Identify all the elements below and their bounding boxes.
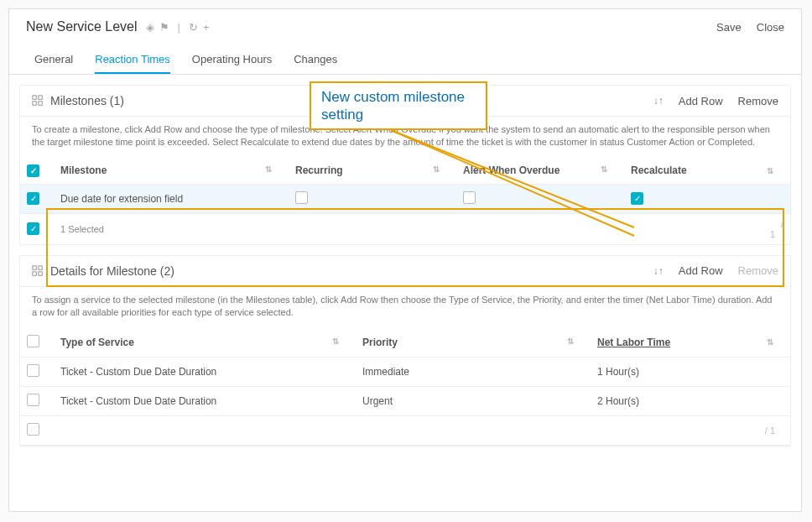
col-recalculate[interactable]: Recalculate	[631, 164, 687, 176]
sort-icon[interactable]: ⇅	[433, 164, 440, 174]
svg-rect-7	[39, 266, 42, 269]
remove-button[interactable]: Remove	[738, 264, 778, 277]
save-button[interactable]: Save	[716, 21, 742, 34]
grid-icon	[32, 95, 44, 107]
milestone-cell: Due date for extension field	[60, 193, 183, 205]
tab-general[interactable]: General	[34, 53, 73, 74]
sort-icon[interactable]: ⇅	[567, 337, 574, 346]
close-button[interactable]: Close	[757, 21, 784, 34]
add-row-button[interactable]: Add Row	[679, 95, 723, 107]
sort-icon[interactable]: ⇅	[767, 166, 773, 175]
tab-reaction-times[interactable]: Reaction Times	[95, 53, 170, 74]
milestones-title: Milestones (1)	[50, 94, 124, 107]
page-title: New Service Level	[26, 19, 138, 34]
select-all-checkbox[interactable]	[27, 335, 39, 347]
type-cell: Ticket - Custom Due Date Duration	[60, 366, 216, 378]
col-milestone[interactable]: Milestone	[60, 164, 107, 176]
add-icon[interactable]: +	[203, 21, 210, 34]
table-footer: ✓ 1 Selected / 1	[20, 213, 790, 244]
flag-icon[interactable]: ⚑	[159, 21, 169, 34]
svg-rect-4	[33, 102, 36, 105]
time-cell: 2 Hour(s)	[597, 395, 639, 407]
recalculate-checkbox[interactable]: ✓	[631, 192, 643, 205]
sort-icon[interactable]: ⇅	[265, 164, 272, 174]
table-row[interactable]: Ticket - Custom Due Date Duration Immedi…	[20, 357, 790, 386]
footer-checkbox[interactable]: ✓	[27, 222, 39, 235]
table-row[interactable]: ✓ Due date for extension field ✓	[20, 184, 790, 213]
row-checkbox[interactable]: ✓	[27, 192, 39, 205]
callout-box: New custom milestone setting	[310, 81, 487, 130]
svg-rect-9	[39, 272, 42, 275]
row-checkbox[interactable]	[27, 364, 39, 377]
separator: |	[178, 21, 180, 34]
alert-checkbox[interactable]	[463, 191, 476, 204]
tabs: General Reaction Times Operating Hours C…	[9, 41, 801, 75]
tab-changes[interactable]: Changes	[294, 53, 337, 74]
time-cell: 1 Hour(s)	[597, 366, 639, 378]
tab-operating-hours[interactable]: Operating Hours	[192, 53, 272, 74]
footer-checkbox[interactable]	[27, 423, 39, 436]
sort-icon[interactable]: ⇅	[601, 164, 607, 174]
remove-button[interactable]: Remove	[738, 95, 778, 107]
grid-icon	[32, 265, 44, 277]
table-footer: / 1	[20, 415, 790, 445]
page-header: New Service Level ◈ ⚑ | ↻ + Save Close	[9, 9, 801, 41]
recurring-checkbox[interactable]	[295, 191, 308, 204]
sort-icon[interactable]: ↓↑	[653, 95, 664, 107]
row-checkbox[interactable]	[27, 394, 39, 406]
svg-rect-2	[33, 96, 36, 99]
details-help: To assign a service to the selected mile…	[20, 287, 790, 328]
pager: / 1	[757, 424, 783, 437]
svg-rect-6	[33, 266, 36, 269]
details-table: Type of Service⇅ Priority⇅ Net Labor Tim…	[20, 328, 790, 446]
col-priority[interactable]: Priority	[362, 337, 398, 348]
table-row[interactable]: Ticket - Custom Due Date Duration Urgent…	[20, 386, 790, 415]
sort-icon[interactable]: ⇅	[332, 337, 339, 346]
priority-cell: Immediate	[362, 366, 409, 378]
svg-rect-5	[39, 102, 42, 105]
sort-icon[interactable]: ⇅	[767, 337, 773, 347]
add-row-button[interactable]: Add Row	[679, 264, 723, 277]
callout-text: New custom milestone setting	[321, 88, 476, 124]
svg-rect-3	[39, 96, 42, 99]
refresh-icon[interactable]: ↻	[189, 21, 198, 34]
col-type[interactable]: Type of Service	[60, 337, 134, 348]
svg-rect-8	[33, 272, 36, 275]
select-all-checkbox[interactable]: ✓	[27, 164, 39, 177]
details-title: Details for Milestone (2)	[50, 264, 174, 278]
details-section: Details for Milestone (2) ↓↑ Add Row Rem…	[19, 255, 791, 446]
col-recurring[interactable]: Recurring	[295, 164, 343, 176]
type-cell: Ticket - Custom Due Date Duration	[60, 395, 216, 407]
col-net-labor-time[interactable]: Net Labor Time	[597, 337, 670, 348]
priority-cell: Urgent	[362, 395, 393, 407]
milestones-table: ✓ Milestone⇅ Recurring⇅ Alert When Overd…	[20, 158, 790, 244]
selected-count: 1 Selected	[60, 224, 104, 234]
sort-icon[interactable]: ↓↑	[653, 265, 664, 277]
pager: / 1	[770, 217, 783, 241]
col-alert[interactable]: Alert When Overdue	[463, 164, 560, 176]
pin-icon[interactable]: ◈	[146, 21, 154, 34]
